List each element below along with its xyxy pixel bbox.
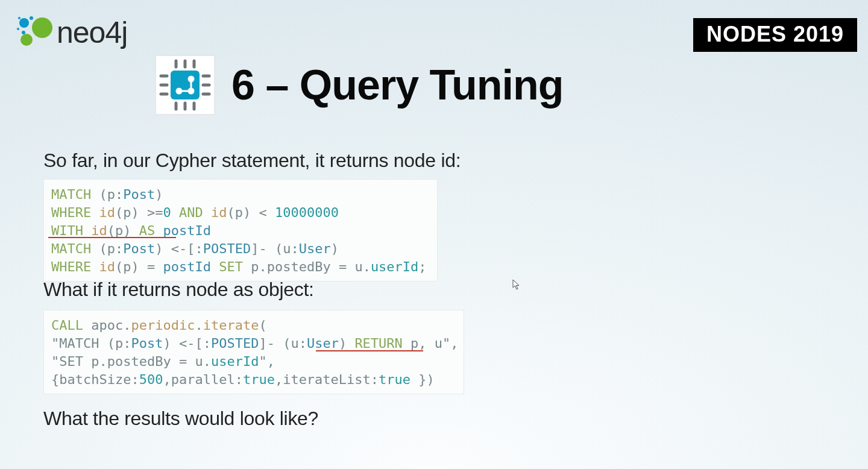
lead-text-3: What the results would look like? (43, 408, 318, 430)
brand-name: neo4j (57, 17, 127, 48)
chip-icon (156, 55, 215, 115)
svg-point-23 (189, 89, 193, 93)
svg-point-1 (19, 18, 29, 28)
svg-point-2 (20, 34, 33, 46)
code-block-2: CALL apoc.periodic.iterate( "MATCH (p:Po… (43, 310, 464, 394)
underline-return-clause (316, 350, 423, 351)
lead-text-1: So far, in our Cypher statement, it retu… (43, 150, 461, 172)
slide-title: 6 – Query Tuning (231, 61, 564, 109)
brand-logo: neo4j (13, 11, 127, 52)
underline-with-clause (48, 237, 176, 238)
svg-point-22 (177, 89, 181, 93)
svg-point-4 (30, 16, 33, 20)
lead-text-2: What if it returns node as object: (43, 279, 314, 301)
neo4j-logo-mark (13, 11, 54, 52)
title-row: 6 – Query Tuning (156, 55, 564, 115)
svg-rect-19 (171, 71, 200, 99)
svg-point-3 (22, 31, 25, 34)
svg-point-24 (189, 77, 193, 81)
conference-badge: NODES 2019 (693, 18, 857, 52)
cursor-icon (512, 279, 521, 292)
svg-point-0 (32, 17, 52, 38)
svg-point-5 (17, 28, 19, 30)
code-block-1: MATCH (p:Post) WHERE id(p) >=0 AND id(p)… (43, 179, 438, 282)
svg-point-6 (18, 17, 20, 19)
